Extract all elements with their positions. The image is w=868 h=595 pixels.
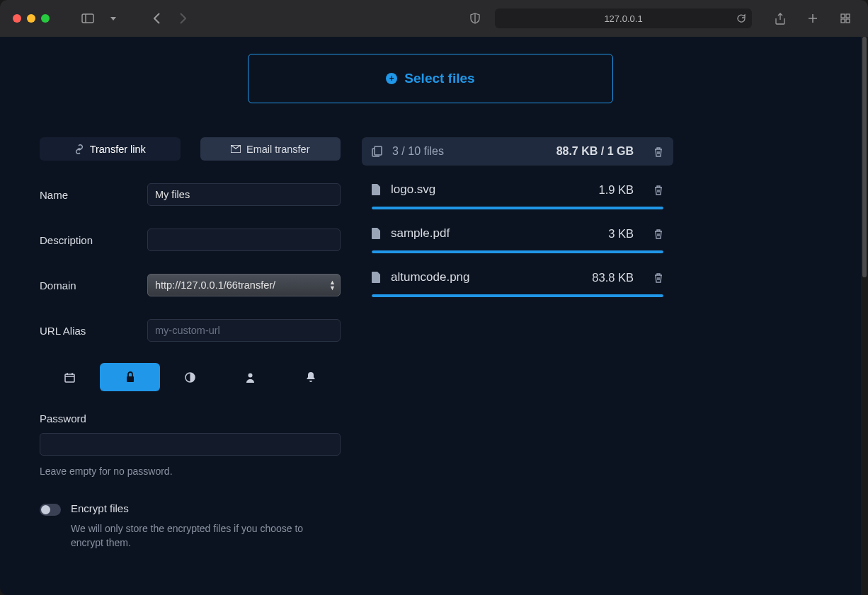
half-circle-icon — [185, 372, 195, 383]
chevron-down-icon[interactable] — [103, 8, 123, 28]
svg-rect-0 — [82, 14, 93, 23]
files-stack-icon — [372, 146, 382, 157]
select-chevrons-icon: ▲▼ — [329, 279, 336, 291]
tab-link-label: Transfer link — [90, 144, 146, 155]
url-text: 127.0.0.1 — [604, 13, 642, 24]
file-icon — [372, 184, 381, 195]
envelope-icon — [231, 145, 241, 153]
scrollbar-thumb[interactable] — [862, 37, 867, 277]
file-size: 83.8 KB — [592, 271, 634, 284]
svg-rect-7 — [841, 19, 845, 23]
url-alias-input[interactable] — [147, 319, 341, 342]
tabs-overview-icon[interactable] — [835, 8, 855, 28]
file-progress — [372, 250, 663, 253]
share-icon[interactable] — [770, 8, 790, 28]
reload-icon[interactable] — [736, 13, 746, 23]
file-size: 1.9 KB — [598, 183, 634, 197]
encrypt-toggle[interactable] — [40, 504, 61, 516]
svg-rect-8 — [846, 19, 850, 23]
settings-tab-schedule[interactable] — [40, 363, 100, 391]
select-files-button[interactable]: + Select files — [248, 54, 613, 103]
files-count: 3 / 10 files — [392, 145, 444, 158]
encrypt-title: Encrypt files — [71, 502, 129, 514]
description-input[interactable] — [147, 229, 341, 251]
bell-icon — [306, 371, 316, 383]
window-minimize-button[interactable] — [27, 14, 35, 23]
back-button[interactable] — [147, 8, 167, 28]
settings-tab-security[interactable] — [100, 363, 160, 391]
clear-all-icon[interactable] — [653, 146, 663, 157]
delete-file-icon[interactable] — [653, 272, 663, 283]
description-label: Description — [40, 234, 147, 246]
file-row: altumcode.png 83.8 KB — [362, 270, 673, 284]
file-row: sample.pdf 3 KB — [362, 226, 673, 241]
browser-titlebar: 127.0.0.1 — [0, 0, 868, 37]
svg-rect-17 — [375, 146, 382, 155]
settings-tab-users[interactable] — [220, 363, 280, 391]
file-size: 3 KB — [608, 227, 634, 241]
file-name: sample.pdf — [391, 226, 450, 241]
file-row: logo.svg 1.9 KB — [362, 183, 673, 197]
tab-email-label: Email transfer — [246, 144, 309, 155]
lock-icon — [125, 371, 135, 383]
password-hint: Leave empty for no password. — [40, 466, 341, 477]
file-name: altumcode.png — [391, 270, 470, 284]
password-input[interactable] — [40, 433, 341, 456]
url-alias-label: URL Alias — [40, 325, 147, 337]
delete-file-icon[interactable] — [653, 185, 663, 195]
name-input[interactable] — [147, 183, 341, 206]
select-files-label: Select files — [404, 71, 474, 86]
scrollbar[interactable] — [861, 37, 868, 595]
settings-tab-theme[interactable] — [160, 363, 220, 391]
tab-email-transfer[interactable]: Email transfer — [200, 137, 341, 161]
svg-rect-6 — [846, 14, 850, 18]
calendar-icon — [64, 372, 75, 383]
file-icon — [372, 272, 381, 283]
domain-select[interactable]: http://127.0.0.1/66transfer/ ▲▼ — [147, 274, 341, 296]
settings-tab-notifications[interactable] — [280, 363, 341, 391]
window-maximize-button[interactable] — [41, 14, 50, 23]
password-label: Password — [40, 412, 341, 424]
shield-icon[interactable] — [465, 8, 485, 28]
delete-file-icon[interactable] — [653, 229, 663, 239]
svg-point-16 — [249, 373, 253, 377]
file-progress — [372, 294, 663, 297]
address-bar[interactable]: 127.0.0.1 — [495, 8, 752, 28]
file-icon — [372, 228, 381, 239]
name-label: Name — [40, 189, 147, 201]
svg-rect-14 — [127, 376, 134, 382]
window-close-button[interactable] — [13, 14, 21, 23]
files-total-size: 88.7 KB / 1 GB — [556, 145, 634, 158]
plus-circle-icon: + — [386, 73, 397, 84]
file-name: logo.svg — [391, 183, 435, 197]
svg-rect-5 — [841, 14, 845, 18]
domain-label: Domain — [40, 279, 147, 291]
user-icon — [245, 372, 256, 383]
files-summary: 3 / 10 files 88.7 KB / 1 GB — [362, 137, 673, 166]
forward-button — [173, 8, 193, 28]
encrypt-desc: We will only store the encrypted files i… — [71, 522, 333, 550]
sidebar-toggle-icon[interactable] — [78, 8, 98, 28]
domain-value: http://127.0.0.1/66transfer/ — [155, 279, 275, 291]
file-progress — [372, 207, 663, 209]
tab-transfer-link[interactable]: Transfer link — [40, 137, 181, 161]
link-icon — [74, 144, 84, 154]
svg-rect-10 — [65, 374, 74, 382]
new-tab-icon[interactable] — [803, 8, 823, 28]
